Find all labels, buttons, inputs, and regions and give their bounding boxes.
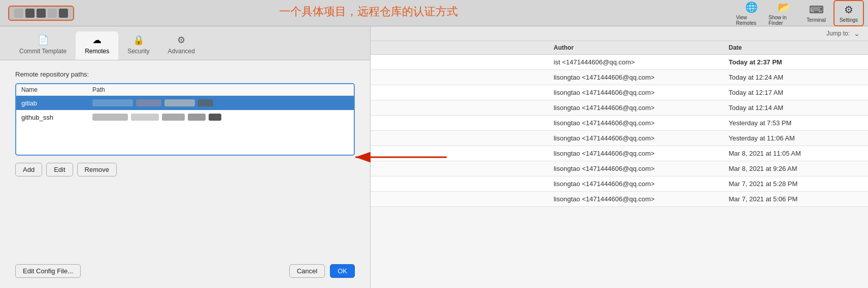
toolbar-right: 🌐 View Remotes 📂 Show in Finder ⌨ Termin… bbox=[736, 0, 868, 26]
tab-commit-template-label: Commit Template bbox=[19, 48, 66, 55]
tab-security[interactable]: 🔒 Security bbox=[118, 31, 158, 60]
commit-table-header: Author Date bbox=[371, 41, 868, 55]
show-in-finder-label: Show in Finder bbox=[769, 15, 799, 26]
settings-button[interactable]: ⚙ Settings bbox=[833, 0, 864, 26]
tab-advanced-label: Advanced bbox=[168, 48, 195, 55]
repo-name-gitlab: gitlab bbox=[21, 99, 92, 107]
main-content: 📄 Commit Template ☁ Remotes 🔒 Security ⚙… bbox=[0, 26, 868, 288]
commit-author-val: lisongtao <1471444606@qq.com> bbox=[554, 180, 729, 188]
remove-button[interactable]: Remove bbox=[77, 163, 117, 176]
commit-row[interactable]: lisongtao <1471444606@qq.com> Mar 8, 202… bbox=[371, 146, 868, 161]
commit-row[interactable]: ist <1471444606@qq.com> Today at 2:37 PM bbox=[371, 55, 868, 70]
commit-date-val: Mar 8, 2021 at 11:05 AM bbox=[728, 150, 860, 157]
edit-button[interactable]: Edit bbox=[46, 163, 73, 176]
commit-row[interactable]: lisongtao <1471444606@qq.com> Today at 1… bbox=[371, 85, 868, 100]
col-date-header: Date bbox=[728, 44, 860, 51]
security-icon: 🔒 bbox=[133, 34, 144, 46]
repo-path-gitlab bbox=[92, 99, 349, 106]
jump-to-chevron-icon[interactable]: ⌄ bbox=[854, 29, 860, 38]
left-panel: 📄 Commit Template ☁ Remotes 🔒 Security ⚙… bbox=[0, 26, 371, 288]
footer-left: Edit Config File... bbox=[15, 264, 81, 278]
commit-author-val: lisongtao <1471444606@qq.com> bbox=[554, 74, 729, 81]
commit-author-val: lisongtao <1471444606@qq.com> bbox=[554, 165, 729, 172]
show-in-finder-icon: 📂 bbox=[778, 1, 790, 13]
commit-row[interactable]: lisongtao <1471444606@qq.com> Today at 1… bbox=[371, 70, 868, 85]
terminal-button[interactable]: ⌨ Terminal bbox=[801, 0, 831, 26]
commit-date-val: Mar 8, 2021 at 9:26 AM bbox=[728, 165, 860, 172]
commit-row[interactable]: lisongtao <1471444606@qq.com> Today at 1… bbox=[371, 100, 868, 116]
path-blur-4 bbox=[198, 99, 213, 106]
repo-table-header: Name Path bbox=[16, 84, 354, 96]
commit-author-val: lisongtao <1471444606@qq.com> bbox=[554, 134, 729, 142]
col-path-header: Path bbox=[92, 86, 349, 93]
tab-commit-template[interactable]: 📄 Commit Template bbox=[10, 31, 76, 60]
path-blur2-4 bbox=[188, 114, 206, 121]
col-author-header: Author bbox=[554, 44, 729, 51]
remotes-icon: ☁ bbox=[92, 34, 102, 46]
show-in-finder-button[interactable]: 📂 Show in Finder bbox=[769, 0, 799, 26]
tab-remotes-label: Remotes bbox=[85, 48, 109, 55]
path-blur2-3 bbox=[162, 114, 185, 121]
path-blur2-5 bbox=[209, 114, 221, 121]
path-blur-3 bbox=[164, 99, 195, 106]
commit-author-val: lisongtao <1471444606@qq.com> bbox=[554, 104, 729, 112]
commit-date-val: Today at 12:24 AM bbox=[728, 74, 860, 81]
toolbar-pill bbox=[8, 6, 74, 21]
commit-date-val: Today at 12:14 AM bbox=[728, 104, 860, 112]
repo-path-github-ssh bbox=[92, 114, 349, 121]
repo-table: Name Path gitlab github_ssh bbox=[15, 83, 355, 156]
repo-row-gitlab[interactable]: gitlab bbox=[16, 96, 354, 110]
ok-button[interactable]: OK bbox=[330, 264, 355, 278]
commit-rows-container: ist <1471444606@qq.com> Today at 2:37 PM… bbox=[371, 55, 868, 207]
action-buttons: Add Edit Remove bbox=[15, 163, 355, 176]
toolbar-dot-1 bbox=[14, 9, 23, 18]
commit-row[interactable]: lisongtao <1471444606@qq.com> Yesterday … bbox=[371, 116, 868, 131]
right-panel: Jump to: ⌄ Author Date ist <1471444606@q… bbox=[371, 26, 868, 288]
commit-row[interactable]: lisongtao <1471444606@qq.com> Mar 7, 202… bbox=[371, 176, 868, 192]
commit-date-val: Mar 7, 2021 at 5:06 PM bbox=[728, 195, 860, 203]
empty-row-2 bbox=[16, 139, 354, 155]
add-button[interactable]: Add bbox=[15, 163, 42, 176]
settings-label: Settings bbox=[840, 17, 858, 23]
path-blur-1 bbox=[92, 99, 133, 106]
commit-row[interactable]: lisongtao <1471444606@qq.com> Mar 7, 202… bbox=[371, 192, 868, 207]
commit-author-val: ist <1471444606@qq.com> bbox=[554, 58, 729, 66]
commit-author-val: lisongtao <1471444606@qq.com> bbox=[554, 195, 729, 203]
commit-row[interactable]: lisongtao <1471444606@qq.com> Mar 8, 202… bbox=[371, 161, 868, 176]
commit-template-icon: 📄 bbox=[38, 34, 49, 46]
advanced-icon: ⚙ bbox=[177, 34, 185, 46]
cancel-button[interactable]: Cancel bbox=[289, 264, 325, 278]
commit-date-val: Today at 2:37 PM bbox=[728, 58, 860, 66]
jump-to-bar: Jump to: ⌄ bbox=[371, 26, 868, 41]
path-blur-2 bbox=[136, 99, 161, 106]
tab-bar: 📄 Commit Template ☁ Remotes 🔒 Security ⚙… bbox=[0, 26, 370, 60]
annotation-text: 一个具体项目，远程仓库的认证方式 bbox=[279, 4, 458, 19]
tab-remotes[interactable]: ☁ Remotes bbox=[76, 31, 118, 60]
commit-date-val: Today at 12:17 AM bbox=[728, 89, 860, 96]
terminal-label: Terminal bbox=[807, 17, 826, 23]
path-blur2-2 bbox=[131, 114, 159, 121]
commit-row[interactable]: lisongtao <1471444606@qq.com> Yesterday … bbox=[371, 131, 868, 146]
tab-security-label: Security bbox=[127, 48, 149, 55]
view-remotes-label: View Remotes bbox=[736, 15, 766, 26]
commit-date-val: Yesterday at 7:53 PM bbox=[728, 119, 860, 127]
path-blur2-1 bbox=[92, 114, 128, 121]
toolbar-dot-3 bbox=[37, 9, 46, 18]
commit-author-val: lisongtao <1471444606@qq.com> bbox=[554, 119, 729, 127]
section-label: Remote repository paths: bbox=[15, 70, 355, 78]
dialog-footer: Edit Config File... Cancel OK bbox=[0, 256, 370, 288]
footer-right: Cancel OK bbox=[289, 264, 355, 278]
edit-config-button[interactable]: Edit Config File... bbox=[15, 264, 81, 278]
toolbar-dot-4 bbox=[48, 9, 57, 18]
toolbar-dot-2 bbox=[25, 9, 35, 18]
view-remotes-icon: 🌐 bbox=[745, 1, 758, 13]
view-remotes-button[interactable]: 🌐 View Remotes bbox=[736, 0, 766, 26]
repo-name-github-ssh: github_ssh bbox=[21, 114, 92, 121]
repo-row-github-ssh[interactable]: github_ssh bbox=[16, 110, 354, 124]
commit-table: Author Date ist <1471444606@qq.com> Toda… bbox=[371, 41, 868, 288]
col-message-header bbox=[379, 44, 554, 51]
tab-advanced[interactable]: ⚙ Advanced bbox=[159, 31, 204, 60]
settings-icon: ⚙ bbox=[844, 4, 853, 16]
commit-author-val: lisongtao <1471444606@qq.com> bbox=[554, 89, 729, 96]
commit-date-val: Mar 7, 2021 at 5:28 PM bbox=[728, 180, 860, 188]
